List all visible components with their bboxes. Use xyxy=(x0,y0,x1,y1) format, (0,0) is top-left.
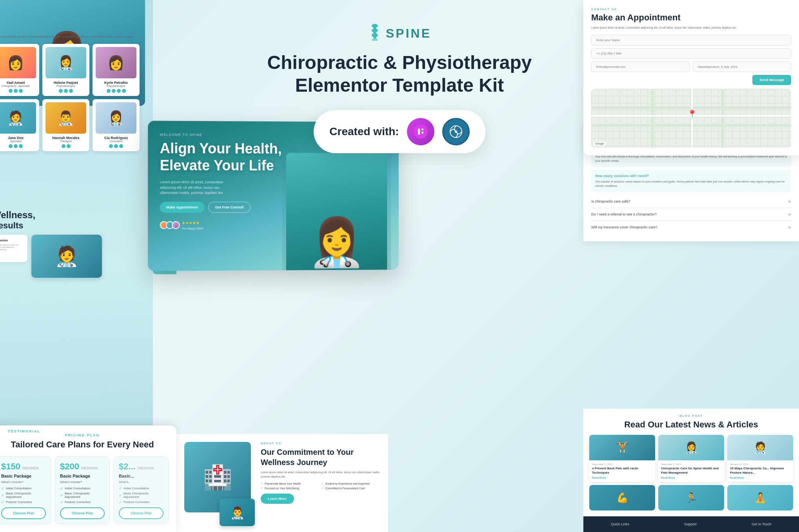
svg-point-0 xyxy=(372,24,378,28)
team-photo-5: 👨‍⚕️ xyxy=(45,102,86,134)
news-section: BLOG POST Read Our Latest News & Article… xyxy=(583,409,799,516)
check-icon: ✓ xyxy=(321,482,324,485)
pricing-includes-3: What's... xyxy=(119,480,163,484)
faq-question-4: Do I need a referral to see a chiropract… xyxy=(591,212,657,216)
appointment-name-input[interactable] xyxy=(591,35,791,45)
social-icon-ln xyxy=(19,144,23,148)
pricing-btn-2[interactable]: Choose Plan xyxy=(60,507,105,519)
elementor-icon xyxy=(407,118,434,145)
mockup-stars: ★★★★★ Our Happy Client xyxy=(182,221,203,230)
about-feature-4: ✓Committed to Personalized Care xyxy=(321,487,381,490)
team-card-4: 🧑‍⚕️ Jane Doe Specialist xyxy=(0,99,39,151)
pricing-item-2-1: ✓Initial Consultation xyxy=(60,486,105,490)
social-icon-fb xyxy=(107,89,111,93)
social-icon-ln xyxy=(69,89,73,93)
appointment-date-input[interactable] xyxy=(693,62,791,72)
news-title-2: Chiropractic Care for Spine Health and P… xyxy=(661,467,721,475)
about-section: 🏥 👨‍⚕️ ABOUT US Our Commitment to Your W… xyxy=(176,434,388,532)
svg-point-13 xyxy=(455,130,457,133)
team-row-2: 🧑‍⚕️ Jane Doe Specialist 👨‍⚕️ Hannah Mor… xyxy=(0,99,141,151)
social-icon-fb xyxy=(62,144,65,148)
pricing-card-2: $200 /SESSION Basic Package What's Inclu… xyxy=(55,456,110,524)
check-icon: ✓ xyxy=(1,493,4,498)
mockup-consult-button[interactable]: Get Free Consult xyxy=(208,202,250,213)
social-icon-tw xyxy=(64,89,68,93)
check-icon: ✓ xyxy=(60,500,63,504)
faq-question-5: Will my insurance cover chiropractic car… xyxy=(591,225,657,229)
pricing-package-1: Basic Package xyxy=(1,474,46,478)
svg-rect-5 xyxy=(373,37,376,38)
wellness-section: Wellness, Results Mission Lorem ipsum do… xyxy=(0,204,145,284)
social-icon-ln xyxy=(67,144,71,148)
news-read-more-1[interactable]: Read More xyxy=(592,476,652,479)
appointment-map: 📍 Google xyxy=(591,89,791,148)
news-card-1: 🏋️ September 5, 2024 o Prevent Back Pain… xyxy=(589,435,655,482)
faq-toggle-3: + xyxy=(788,198,791,204)
faq-toggle-5: + xyxy=(788,224,791,230)
faq-item-5[interactable]: Will my insurance cover chiropractic car… xyxy=(591,221,791,233)
social-icon-tw xyxy=(112,89,116,93)
faq-item-3[interactable]: Is chiropractic care safe? + xyxy=(591,195,791,208)
social-icon-tw xyxy=(114,144,118,148)
news-title: Read Our Latest News & Articles xyxy=(589,419,793,431)
team-photo-1: 👩 xyxy=(0,47,36,78)
pricing-btn-1[interactable]: Choose Plan xyxy=(1,507,46,519)
appointment-form: Send Message xyxy=(591,35,791,85)
social-icon-tw xyxy=(14,144,18,148)
appointment-contact-label: CONTACT US xyxy=(591,8,791,11)
news-image-3: 🧑‍⚕️ xyxy=(727,435,793,460)
pricing-label: PRICING PLAN xyxy=(0,433,169,437)
team-row-1: 👩 Yael Amani Chiropractor, Specialist 👩‍… xyxy=(0,44,141,96)
mockup-doctor-image xyxy=(282,145,391,270)
check-icon: ✓ xyxy=(119,486,122,490)
pricing-card-1: $150 /SESSION Basic Package What's Inclu… xyxy=(0,456,51,524)
wordpress-icon xyxy=(442,118,470,145)
svg-rect-9 xyxy=(421,128,423,130)
news-card-thumb-1: 💪 xyxy=(589,485,655,510)
pricing-cards-container: $150 /SESSION Basic Package What's Inclu… xyxy=(0,456,169,524)
about-learn-more-button[interactable]: Learn More xyxy=(261,494,294,504)
footer-link-quick-links[interactable]: Quick Links xyxy=(611,522,629,526)
news-read-more-2[interactable]: Read More xyxy=(661,476,721,479)
social-icon-fb xyxy=(9,144,13,148)
news-grid-top: 🏋️ September 5, 2024 o Prevent Back Pain… xyxy=(589,435,793,482)
faq-toggle-4: + xyxy=(788,211,791,217)
check-icon: ✓ xyxy=(119,493,122,498)
svg-rect-8 xyxy=(418,128,420,135)
team-social-6 xyxy=(96,144,136,148)
news-read-more-3[interactable]: Read More xyxy=(730,476,790,479)
appointment-row xyxy=(591,62,791,72)
pricing-includes-2: What's Include? xyxy=(60,480,105,484)
appointment-phone-input[interactable] xyxy=(591,48,791,59)
faq-item-4[interactable]: Do I need a referral to see a chiropract… xyxy=(591,208,791,221)
social-icon-tw xyxy=(14,89,18,93)
news-date-2: September 5, 2024 xyxy=(661,463,721,465)
about-feature-2: ✓Focused on Your Well-Being xyxy=(261,487,320,490)
pricing-item-2-2: ✓Basic Chiropractic Adjustment xyxy=(60,492,105,499)
logo-text: SPINE xyxy=(386,26,431,41)
news-date-1: September 5, 2024 xyxy=(592,463,652,465)
social-icon-ln xyxy=(119,144,123,148)
wellness-image: 🧑‍⚕️ xyxy=(31,235,102,278)
check-icon: ✓ xyxy=(60,493,63,498)
team-photo-6: 👩‍⚕️ xyxy=(96,102,136,134)
pricing-includes-1: What's Include? xyxy=(1,480,46,484)
about-features-grid: ✓Passionate About Your Health ✓Guided by… xyxy=(261,482,380,490)
footer-link-contact[interactable]: Get In Touch xyxy=(752,522,772,526)
mockup-appointment-button[interactable]: Make Appointment xyxy=(160,202,205,213)
about-content: ABOUT US Our Commitment to Your Wellness… xyxy=(261,442,380,524)
pricing-item-3-1: ✓Initial Consultation xyxy=(119,486,163,490)
map-road-v2 xyxy=(721,89,724,148)
pricing-item-3-3: ✓Posture Correction xyxy=(119,500,163,504)
pricing-btn-3[interactable]: Choose Plan xyxy=(119,507,163,519)
appointment-submit-button[interactable]: Send Message xyxy=(752,75,791,85)
appointment-email-input[interactable] xyxy=(591,62,690,72)
check-icon: ✓ xyxy=(1,500,4,504)
social-icon-fb xyxy=(59,89,63,93)
footer-link-support[interactable]: Support xyxy=(684,522,697,526)
team-social-2 xyxy=(45,89,86,93)
news-title-1: o Prevent Back Pain with ractic Techniqu… xyxy=(592,467,652,475)
team-social-5 xyxy=(45,144,86,148)
team-social-3 xyxy=(96,89,136,93)
mission-text: Lorem ipsum dolor sit amet consectetur a… xyxy=(0,244,24,251)
